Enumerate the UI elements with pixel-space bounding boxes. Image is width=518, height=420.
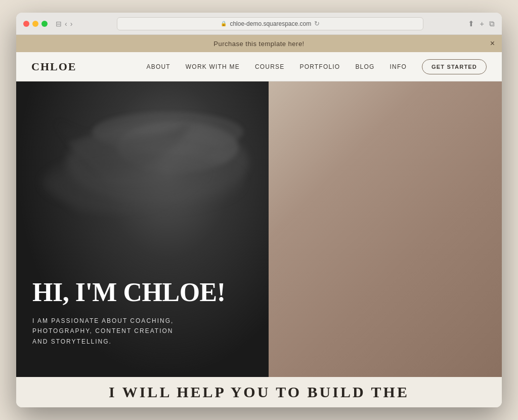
window-controls: ⊟ ‹ › xyxy=(56,20,72,28)
hero-right-panel xyxy=(269,81,502,377)
reload-icon[interactable]: ↻ xyxy=(314,20,320,27)
nav-work-with-me[interactable]: WORK WITH ME xyxy=(186,63,240,70)
site-logo[interactable]: CHLOE xyxy=(31,60,76,73)
tabs-icon[interactable]: ⧉ xyxy=(489,19,495,28)
url-text: chloe-demo.squarespace.com xyxy=(230,20,311,27)
back-icon[interactable]: ‹ xyxy=(65,20,67,28)
announcement-text: Purchase this template here! xyxy=(213,40,304,48)
nav-info[interactable]: INFO xyxy=(390,63,407,70)
share-icon[interactable]: ⬆ xyxy=(468,19,474,28)
title-bar: ⊟ ‹ › 🔒 chloe-demo.squarespace.com ↻ ⬆ +… xyxy=(16,13,502,35)
hero-text-block: HI, I'M CHLOE! I AM PASSIONATE ABOUT COA… xyxy=(32,279,252,347)
nav-course[interactable]: COURSE xyxy=(255,63,285,70)
section-bottom-text: I WILL HELP YOU TO BUILD THE xyxy=(109,384,409,401)
get-started-button[interactable]: GET STARTED xyxy=(422,59,487,74)
browser-actions: ⬆ + ⧉ xyxy=(468,19,495,28)
sidebar-toggle-icon[interactable]: ⊟ xyxy=(56,20,62,28)
minimize-button[interactable] xyxy=(32,21,38,27)
hero-right-background xyxy=(269,81,502,377)
nav-portfolio[interactable]: PORTFOLIO xyxy=(299,63,340,70)
lock-icon: 🔒 xyxy=(221,21,227,26)
maximize-button[interactable] xyxy=(41,21,48,27)
nav-links: ABOUT WORK WITH ME COURSE PORTFOLIO BLOG… xyxy=(146,59,487,74)
close-announcement-button[interactable]: × xyxy=(490,39,495,48)
hero-subtitle: I AM PASSIONATE ABOUT COACHING, PHOTOGRA… xyxy=(32,316,184,347)
navigation: CHLOE ABOUT WORK WITH ME COURSE PORTFOLI… xyxy=(16,52,502,81)
hero-title: HI, I'M CHLOE! xyxy=(32,279,252,307)
nav-blog[interactable]: BLOG xyxy=(355,63,374,70)
section-bottom: I WILL HELP YOU TO BUILD THE xyxy=(16,377,502,407)
forward-icon[interactable]: › xyxy=(70,20,73,28)
traffic-lights xyxy=(23,21,48,27)
hero-section: HI, I'M CHLOE! I AM PASSIONATE ABOUT COA… xyxy=(16,81,502,377)
nav-about[interactable]: ABOUT xyxy=(146,63,170,70)
browser-window: ⊟ ‹ › 🔒 chloe-demo.squarespace.com ↻ ⬆ +… xyxy=(16,13,502,407)
announcement-bar: Purchase this template here! × xyxy=(16,35,502,52)
close-button[interactable] xyxy=(23,21,29,27)
hero-left-panel: HI, I'M CHLOE! I AM PASSIONATE ABOUT COA… xyxy=(16,81,269,377)
address-bar[interactable]: 🔒 chloe-demo.squarespace.com ↻ xyxy=(117,17,423,30)
new-tab-icon[interactable]: + xyxy=(480,19,484,28)
